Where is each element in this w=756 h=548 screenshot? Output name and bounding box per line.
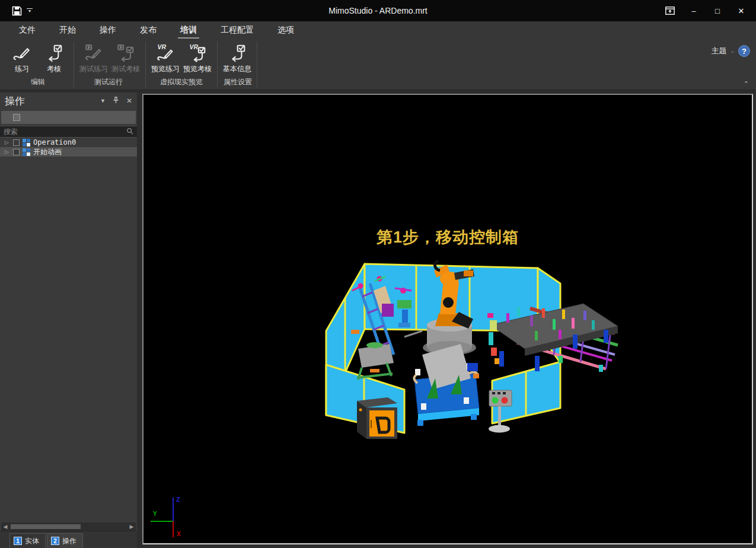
pin-icon[interactable]	[113, 95, 119, 106]
tab-start[interactable]: 开始	[47, 23, 88, 39]
assessment-label: 考核	[47, 64, 61, 74]
svg-text:VR: VR	[189, 44, 198, 50]
3d-scene[interactable]: Z Y X	[143, 95, 752, 542]
tab-project-config[interactable]: 工程配置	[209, 23, 266, 39]
search-box	[0, 126, 137, 138]
tab-training[interactable]: 培训	[168, 23, 209, 39]
chevron-down-icon[interactable]: ⌄	[730, 48, 735, 54]
play-pencil-icon	[84, 42, 103, 64]
practice-label: 练习	[15, 64, 29, 74]
tree-item-label[interactable]: Operation0	[33, 138, 76, 146]
axis-y-label: Y	[153, 510, 157, 518]
collapse-ribbon-icon[interactable]: ⌃	[744, 80, 749, 88]
maximize-button[interactable]: □	[707, 2, 728, 20]
search-input[interactable]	[4, 128, 126, 136]
close-button[interactable]: ✕	[731, 2, 751, 20]
basic-info-button[interactable]: 基本信息	[221, 40, 253, 74]
save-icon[interactable]	[12, 6, 22, 16]
scroll-right-icon[interactable]: ▶	[127, 524, 136, 530]
operation-icon	[23, 139, 30, 146]
preview-practice-button[interactable]: VR 预览练习	[149, 40, 181, 74]
quick-access-toolbar: ▾	[0, 6, 33, 16]
preview-practice-label: 预览练习	[151, 64, 180, 74]
operation-tree: ▷ Operation0 ▷ 开始动画	[0, 138, 137, 157]
step-instruction-text: 第1步，移动控制箱	[143, 227, 752, 248]
window-title: MimoStudio - ARDemo.mrt	[0, 6, 756, 15]
tab-operation-panel[interactable]: 2 操作	[47, 533, 83, 548]
panel-header: 操作 ▼ ✕	[0, 93, 137, 109]
operation-panel: 操作 ▼ ✕ ▷ Operation0 ▷	[0, 93, 138, 548]
axes-triad: Z Y X	[151, 496, 181, 538]
control-cabinet[interactable]	[357, 397, 397, 439]
group-edit: 编辑	[4, 77, 72, 89]
search-icon	[126, 126, 133, 137]
3d-viewport[interactable]: Z Y X 第1步，移动控制箱	[142, 94, 753, 544]
ribbon-tab-bar: 文件 开始 操作 发布 培训 工程配置 选项	[0, 21, 756, 39]
tab-publish[interactable]: 发布	[128, 23, 168, 39]
ribbon-display-options-icon[interactable]	[660, 2, 680, 20]
group-vr-preview: 虚拟现实预览	[145, 77, 218, 89]
group-property-settings: 属性设置	[218, 77, 257, 89]
expander-icon[interactable]: ▷	[5, 139, 10, 145]
quick-access-dropdown-icon[interactable]: ▾	[27, 8, 33, 13]
scrollbar-thumb[interactable]	[11, 524, 81, 529]
panel-toolbar	[1, 111, 136, 124]
group-test-run: 测试运行	[72, 77, 145, 89]
basic-info-label: 基本信息	[223, 64, 251, 74]
vr-check-icon: VR	[188, 42, 207, 64]
arrow-check-icon	[44, 42, 63, 64]
svg-text:VR: VR	[157, 44, 166, 50]
ribbon-toolbar: 练习 考核	[0, 39, 756, 77]
minimize-button[interactable]: –	[684, 2, 704, 20]
right-fixture-table[interactable]	[487, 304, 618, 372]
tree-item-label[interactable]: 开始动画	[33, 147, 62, 157]
ribbon: 文件 开始 操作 发布 培训 工程配置 选项 主题 ⌄ ? 练习	[0, 21, 756, 90]
vr-pencil-icon: VR	[156, 42, 175, 64]
tree-row[interactable]: ▷ 开始动画	[0, 147, 137, 157]
tab-entity-number-icon: 1	[14, 537, 22, 545]
help-button[interactable]: ?	[738, 45, 750, 57]
play-check-icon	[116, 42, 135, 64]
arrow-check-icon	[228, 42, 247, 64]
toolbar-square-button[interactable]	[13, 114, 20, 121]
tab-operation-number-icon: 2	[51, 537, 59, 545]
operation-icon	[23, 148, 30, 156]
panel-bottom-tabs: 1 实体 2 操作	[0, 531, 137, 548]
tab-operation[interactable]: 操作	[88, 23, 128, 39]
preview-assessment-button[interactable]: VR 预览考核	[181, 40, 213, 74]
tab-file[interactable]: 文件	[7, 23, 47, 39]
tab-entity[interactable]: 1 实体	[9, 533, 46, 548]
test-practice-button[interactable]: 测试练习	[78, 40, 110, 74]
theme-selector[interactable]: 主题	[711, 46, 726, 56]
titlebar: ▾ MimoStudio - ARDemo.mrt – □ ✕	[0, 0, 756, 21]
checkbox[interactable]	[13, 139, 20, 146]
axis-z-label: Z	[176, 496, 180, 504]
work-table[interactable]	[414, 344, 479, 426]
scroll-left-icon[interactable]: ◀	[1, 524, 9, 530]
test-assessment-label: 测试考核	[111, 64, 140, 74]
test-assessment-button[interactable]: 测试考核	[110, 40, 142, 74]
horizontal-scrollbar[interactable]: ◀ ▶	[1, 522, 136, 531]
preview-assessment-label: 预览考核	[183, 64, 212, 74]
panel-title: 操作	[5, 94, 100, 108]
panel-dropdown-icon[interactable]: ▼	[100, 98, 106, 104]
expander-icon[interactable]: ▷	[5, 149, 10, 155]
pencil-squiggle-icon	[12, 42, 31, 64]
assessment-button[interactable]: 考核	[38, 40, 70, 74]
axis-x-label: X	[177, 530, 181, 538]
tree-row[interactable]: ▷ Operation0	[0, 138, 137, 147]
test-practice-label: 测试练习	[79, 64, 108, 74]
checkbox[interactable]	[13, 149, 20, 155]
ribbon-group-names: 编辑 测试运行 虚拟现实预览 属性设置	[0, 77, 756, 89]
tab-options[interactable]: 选项	[266, 23, 306, 39]
practice-button[interactable]: 练习	[6, 40, 38, 74]
panel-close-icon[interactable]: ✕	[126, 97, 132, 105]
